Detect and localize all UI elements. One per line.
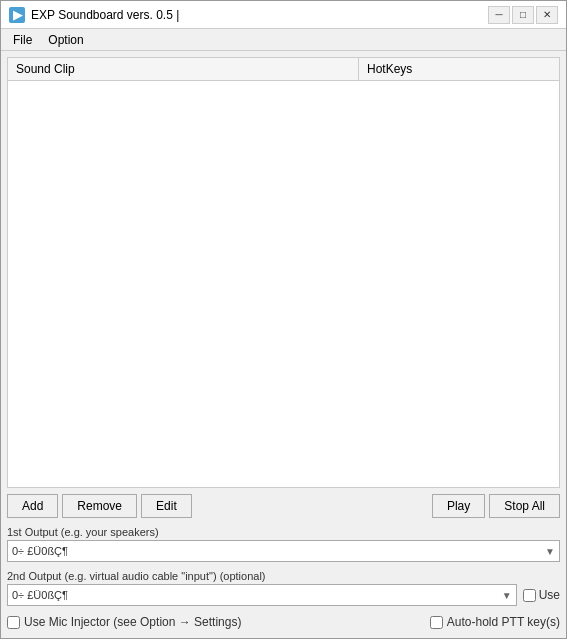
main-window: ▶ EXP Soundboard vers. 0.5 | ─ □ ✕ File … (0, 0, 567, 639)
mic-injector-checkbox[interactable] (7, 616, 20, 629)
output2-label: 2nd Output (e.g. virtual audio cable "in… (7, 570, 560, 582)
close-button[interactable]: ✕ (536, 6, 558, 24)
app-icon-text: ▶ (13, 8, 22, 22)
output1-label: 1st Output (e.g. your speakers) (7, 526, 560, 538)
auto-hold-label: Auto-hold PTT key(s) (430, 615, 560, 629)
app-icon: ▶ (9, 7, 25, 23)
col-hotkeys: HotKeys (359, 58, 559, 80)
output1-value: 0÷ £Ü0ßÇ¶ (12, 545, 68, 557)
mic-injector-label: Use Mic Injector (see Option → Settings) (7, 615, 241, 629)
button-row: Add Remove Edit Play Stop All (7, 492, 560, 520)
main-content: Sound Clip HotKeys Add Remove Edit Play … (1, 51, 566, 638)
remove-button[interactable]: Remove (62, 494, 137, 518)
output2-arrow: ▼ (502, 590, 512, 601)
stop-all-button[interactable]: Stop All (489, 494, 560, 518)
output2-dropdown[interactable]: 0÷ £Ü0ßÇ¶ ▼ (7, 584, 517, 606)
add-button[interactable]: Add (7, 494, 58, 518)
output1-arrow: ▼ (545, 546, 555, 557)
title-bar-left: ▶ EXP Soundboard vers. 0.5 | (9, 7, 179, 23)
menu-option[interactable]: Option (40, 31, 91, 49)
table-header: Sound Clip HotKeys (8, 58, 559, 81)
table-body[interactable] (8, 81, 559, 431)
title-bar-controls: ─ □ ✕ (488, 6, 558, 24)
auto-hold-checkbox[interactable] (430, 616, 443, 629)
use-checkbox[interactable] (523, 589, 536, 602)
sound-table: Sound Clip HotKeys (7, 57, 560, 488)
maximize-button[interactable]: □ (512, 6, 534, 24)
output2-value: 0÷ £Ü0ßÇ¶ (12, 589, 68, 601)
checkbox-row: Use Mic Injector (see Option → Settings)… (7, 612, 560, 632)
window-title: EXP Soundboard vers. 0.5 | (31, 8, 179, 22)
menu-file[interactable]: File (5, 31, 40, 49)
use-text: Use (539, 588, 560, 602)
auto-hold-text: Auto-hold PTT key(s) (447, 615, 560, 629)
output2-dropdown-row: 0÷ £Ü0ßÇ¶ ▼ Use (7, 584, 560, 606)
output1-dropdown-row: 0÷ £Ü0ßÇ¶ ▼ (7, 540, 560, 562)
output2-section: 2nd Output (e.g. virtual audio cable "in… (7, 568, 560, 608)
mic-injector-text: Use Mic Injector (see Option → Settings) (24, 615, 241, 629)
title-bar: ▶ EXP Soundboard vers. 0.5 | ─ □ ✕ (1, 1, 566, 29)
use-label: Use (523, 588, 560, 602)
edit-button[interactable]: Edit (141, 494, 192, 518)
menu-bar: File Option (1, 29, 566, 51)
output1-section: 1st Output (e.g. your speakers) 0÷ £Ü0ßÇ… (7, 524, 560, 564)
play-button[interactable]: Play (432, 494, 485, 518)
minimize-button[interactable]: ─ (488, 6, 510, 24)
output1-dropdown[interactable]: 0÷ £Ü0ßÇ¶ ▼ (7, 540, 560, 562)
col-sound-clip: Sound Clip (8, 58, 359, 80)
